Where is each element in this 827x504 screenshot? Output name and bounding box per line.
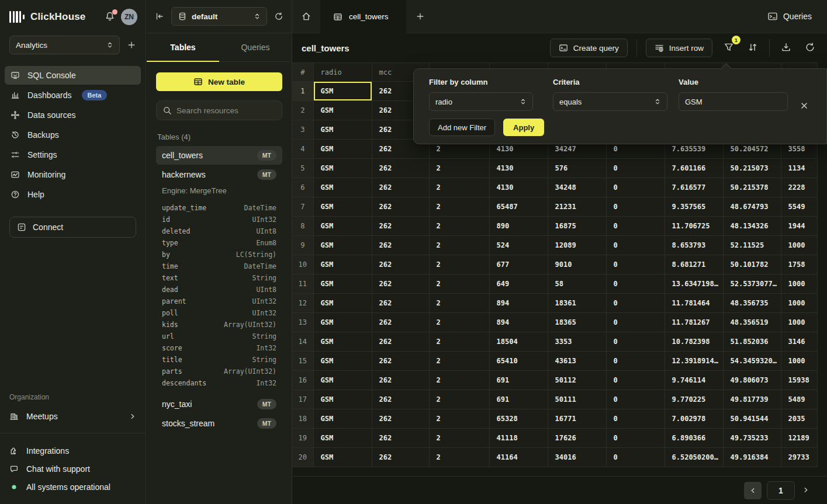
data-cell[interactable]: GSM bbox=[313, 217, 372, 236]
data-cell[interactable]: 262 bbox=[372, 159, 429, 178]
data-cell[interactable]: 12.3918914… bbox=[665, 352, 723, 371]
data-cell[interactable]: 2 bbox=[429, 409, 489, 429]
data-cell[interactable]: 48.356519 bbox=[723, 313, 781, 332]
search-input[interactable] bbox=[177, 106, 276, 115]
data-cell[interactable]: 13.6347198… bbox=[665, 274, 723, 294]
data-cell[interactable]: 262 bbox=[372, 197, 429, 217]
data-cell[interactable]: 894 bbox=[489, 294, 548, 313]
data-cell[interactable]: 0 bbox=[606, 294, 665, 313]
filter-column-select[interactable]: radio bbox=[429, 92, 533, 111]
data-cell[interactable]: 65410 bbox=[489, 352, 548, 371]
data-cell[interactable]: 262 bbox=[372, 390, 429, 409]
data-cell[interactable]: 262 bbox=[372, 294, 429, 313]
sidebar-item-sql-console[interactable]: SQL Console bbox=[5, 66, 141, 85]
data-cell[interactable]: GSM bbox=[313, 255, 372, 274]
data-cell[interactable]: 262 bbox=[372, 255, 429, 274]
new-table-button[interactable]: New table bbox=[156, 72, 282, 91]
table-item-stocks_stream[interactable]: stocks_streamMT bbox=[156, 414, 282, 433]
data-cell[interactable]: 21231 bbox=[548, 197, 606, 217]
data-cell[interactable]: 2 bbox=[429, 313, 489, 332]
sidebar-item-chat-with-support[interactable]: Chat with support bbox=[0, 460, 146, 478]
data-cell[interactable]: 2 bbox=[429, 448, 489, 467]
data-cell[interactable]: 29733 bbox=[781, 448, 817, 467]
data-cell[interactable]: 0 bbox=[606, 236, 665, 255]
filter-criteria-select[interactable]: equals bbox=[553, 92, 667, 111]
data-cell[interactable]: 17626 bbox=[548, 429, 606, 448]
add-workspace-button[interactable] bbox=[127, 40, 136, 50]
data-cell[interactable]: 0 bbox=[606, 274, 665, 294]
data-cell[interactable]: 65487 bbox=[489, 197, 548, 217]
data-cell[interactable]: 0 bbox=[606, 390, 665, 409]
notifications-bell-icon[interactable] bbox=[105, 11, 115, 23]
data-cell[interactable]: GSM bbox=[313, 313, 372, 332]
data-cell[interactable]: 0 bbox=[606, 255, 665, 274]
row-number-header[interactable]: # bbox=[292, 63, 313, 82]
data-cell[interactable]: 1000 bbox=[781, 294, 817, 313]
data-cell[interactable]: 0 bbox=[606, 448, 665, 467]
sidebar-item-backups[interactable]: Backups bbox=[5, 126, 141, 144]
data-cell[interactable]: 0 bbox=[606, 197, 665, 217]
data-cell[interactable]: 0 bbox=[606, 332, 665, 352]
data-cell[interactable]: 34248 bbox=[548, 178, 606, 197]
add-new-filter-button[interactable]: Add new Filter bbox=[429, 119, 495, 136]
data-cell[interactable]: GSM bbox=[313, 140, 372, 159]
data-cell[interactable]: 52.11525 bbox=[723, 236, 781, 255]
sort-button[interactable] bbox=[745, 40, 760, 57]
data-cell[interactable]: GSM bbox=[313, 448, 372, 467]
data-cell[interactable]: 50111 bbox=[548, 390, 606, 409]
data-cell[interactable]: 2 bbox=[429, 352, 489, 371]
data-cell[interactable]: 3353 bbox=[548, 332, 606, 352]
data-cell[interactable]: 52.5373077… bbox=[723, 274, 781, 294]
data-cell[interactable]: 48.674793 bbox=[723, 197, 781, 217]
workspace-selector[interactable]: Analytics bbox=[9, 36, 120, 54]
sidebar-item-dashboards[interactable]: DashboardsBeta bbox=[5, 86, 141, 105]
data-cell[interactable]: 5489 bbox=[781, 390, 817, 409]
data-cell[interactable]: GSM bbox=[313, 390, 372, 409]
avatar[interactable]: ZN bbox=[121, 9, 137, 25]
data-cell[interactable]: 262 bbox=[372, 352, 429, 371]
data-cell[interactable]: 1000 bbox=[781, 274, 817, 294]
data-cell[interactable]: 16875 bbox=[548, 217, 606, 236]
data-cell[interactable]: 10.782398 bbox=[665, 332, 723, 352]
data-cell[interactable]: 49.735233 bbox=[723, 429, 781, 448]
next-page-button[interactable] bbox=[800, 486, 812, 495]
sidebar-item-integrations[interactable]: Integrations bbox=[0, 442, 146, 460]
data-cell[interactable]: 18365 bbox=[548, 313, 606, 332]
data-cell[interactable]: 262 bbox=[372, 236, 429, 255]
data-cell[interactable]: GSM bbox=[313, 429, 372, 448]
data-cell[interactable]: 50.215378 bbox=[723, 178, 781, 197]
data-cell[interactable]: 2 bbox=[429, 236, 489, 255]
table-item-nyc_taxi[interactable]: nyc_taxiMT bbox=[156, 395, 282, 413]
data-cell[interactable]: 2228 bbox=[781, 178, 817, 197]
data-cell[interactable]: 262 bbox=[372, 409, 429, 429]
collapse-panel-button[interactable] bbox=[155, 12, 164, 21]
data-cell[interactable]: 1000 bbox=[781, 313, 817, 332]
tab-tables[interactable]: Tables bbox=[147, 33, 219, 61]
data-cell[interactable]: 524 bbox=[489, 236, 548, 255]
data-cell[interactable]: 12089 bbox=[548, 236, 606, 255]
data-cell[interactable]: 262 bbox=[372, 448, 429, 467]
data-cell[interactable]: 50.215073 bbox=[723, 159, 781, 178]
data-cell[interactable]: GSM bbox=[313, 178, 372, 197]
data-cell[interactable]: 9.357565 bbox=[665, 197, 723, 217]
data-cell[interactable]: 262 bbox=[372, 429, 429, 448]
data-cell[interactable]: 41118 bbox=[489, 429, 548, 448]
data-cell[interactable]: GSM bbox=[313, 159, 372, 178]
data-cell[interactable]: 11.706725 bbox=[665, 217, 723, 236]
data-cell[interactable]: 262 bbox=[372, 274, 429, 294]
data-cell[interactable]: 2 bbox=[429, 390, 489, 409]
data-cell[interactable]: 5549 bbox=[781, 197, 817, 217]
sidebar-item-meetups[interactable]: Meetups bbox=[0, 407, 146, 425]
create-query-button[interactable]: Create query bbox=[550, 39, 628, 57]
data-cell[interactable]: 0 bbox=[606, 159, 665, 178]
data-cell[interactable]: 2 bbox=[429, 178, 489, 197]
data-cell[interactable]: 691 bbox=[489, 390, 548, 409]
data-cell[interactable]: 691 bbox=[489, 371, 548, 390]
refresh-tables-button[interactable] bbox=[274, 12, 283, 21]
apply-filter-button[interactable]: Apply bbox=[503, 119, 544, 136]
data-cell[interactable]: 0 bbox=[606, 371, 665, 390]
data-cell[interactable]: 8.681271 bbox=[665, 255, 723, 274]
table-item-cell_towers[interactable]: cell_towersMT bbox=[156, 146, 282, 165]
data-cell[interactable]: GSM bbox=[313, 352, 372, 371]
data-cell[interactable]: 262 bbox=[372, 371, 429, 390]
